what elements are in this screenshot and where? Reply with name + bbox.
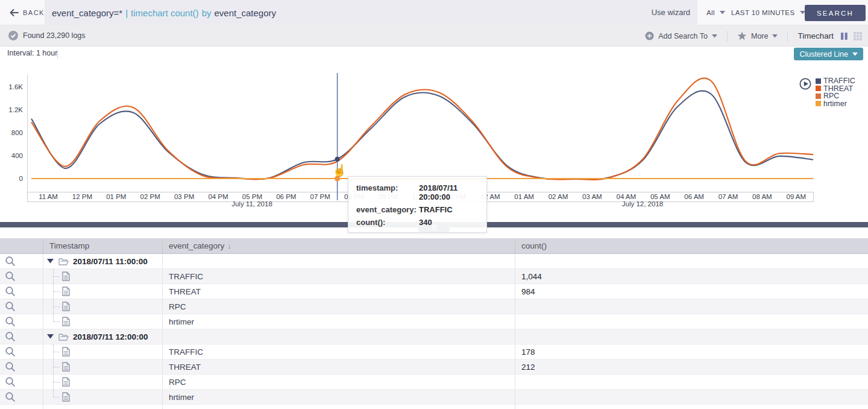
magnifier-icon[interactable]	[5, 346, 16, 357]
chart-legend: TRAFFIC THREAT RPC hrtimer	[799, 77, 855, 107]
document-icon	[62, 287, 70, 296]
collapse-group-icon[interactable]	[47, 334, 54, 339]
svg-text:0: 0	[19, 175, 23, 182]
table-row-partial[interactable]	[0, 405, 868, 409]
svg-text:July 12, 2018: July 12, 2018	[622, 200, 663, 208]
svg-text:July 11, 2018: July 11, 2018	[231, 200, 272, 208]
chart-type-label: Clustered Line	[799, 50, 848, 59]
scope-dropdown[interactable]: All	[706, 0, 725, 25]
magnifier-icon[interactable]	[5, 301, 16, 312]
legend-swatch-hrtimer	[816, 101, 821, 106]
document-icon	[62, 347, 70, 357]
table-row[interactable]: TRAFFIC178	[0, 344, 868, 360]
more-dropdown[interactable]: More	[737, 31, 778, 40]
svg-text:04 PM: 04 PM	[208, 193, 228, 200]
chevron-down-icon	[712, 34, 717, 38]
toolbar-divider	[787, 31, 788, 42]
query-keyword: by	[202, 8, 212, 18]
magnifier-icon[interactable]	[5, 316, 16, 327]
back-button[interactable]: BACK	[10, 0, 45, 25]
aggregate-results-table: Timestamp event_category↓ count() 2018/0…	[0, 238, 868, 409]
results-toolbar: Found 23,290 logs Add Search To More Tim…	[0, 25, 868, 46]
table-row[interactable]: RPC	[0, 375, 868, 390]
svg-text:1.2K: 1.2K	[8, 106, 23, 113]
magnifier-icon[interactable]	[5, 361, 16, 372]
legend-item[interactable]: hrtimer	[816, 100, 855, 108]
legend-label: hrtimer	[823, 100, 847, 108]
back-arrow-icon	[10, 9, 19, 16]
column-header-event-category[interactable]: event_category↓	[163, 238, 515, 253]
query-pipe: |	[125, 8, 128, 18]
table-row[interactable]: THREAT984	[0, 284, 868, 299]
tooltip-label: event_category:	[356, 205, 419, 214]
search-button[interactable]: SEARCH	[805, 5, 866, 21]
series-line-threat[interactable]	[31, 78, 813, 180]
table-row[interactable]: TRAFFIC1,044	[0, 269, 868, 284]
top-search-bar: BACK event_category=* | timechart count(…	[0, 0, 868, 25]
chart-type-dropdown[interactable]: Clustered Line	[794, 48, 863, 60]
folder-icon	[58, 333, 69, 341]
plus-circle-icon	[645, 31, 654, 40]
query-operator: timechart count()	[131, 8, 199, 18]
table-view-toggle-icon[interactable]	[854, 32, 862, 40]
table-group-row[interactable]: 2018/07/11 11:00:00	[0, 254, 868, 269]
table-row[interactable]: hrtimer	[0, 314, 868, 329]
svg-text:02 AM: 02 AM	[549, 193, 568, 200]
hovered-point-marker	[335, 157, 340, 162]
query-text: event_category=*	[52, 8, 122, 18]
group-timestamp: 2018/07/11 12:00:00	[73, 332, 148, 341]
column-header-count[interactable]: count()	[515, 238, 868, 253]
legend-swatch-traffic	[816, 78, 821, 84]
magnifier-icon[interactable]	[5, 331, 16, 342]
series-line-traffic[interactable]	[31, 91, 813, 180]
magnifier-icon[interactable]	[5, 256, 16, 267]
status-found-logs: Found 23,290 logs	[8, 31, 86, 40]
scope-dropdown-label: All	[706, 9, 715, 16]
legend-item[interactable]: RPC	[816, 92, 855, 100]
magnifier-icon[interactable]	[5, 392, 16, 402]
legend-item[interactable]: TRAFFIC	[816, 77, 855, 85]
table-row[interactable]: THREAT212	[0, 360, 868, 375]
sort-descending-icon: ↓	[227, 241, 231, 250]
query-field: event_category	[214, 8, 276, 18]
table-row[interactable]: RPC	[0, 299, 868, 314]
event-category-cell: TRAFFIC	[169, 347, 203, 357]
event-category-cell: hrtimer	[169, 317, 194, 326]
play-button-icon[interactable]	[799, 78, 811, 90]
event-category-cell: RPC	[169, 302, 186, 311]
time-range-dropdown[interactable]: LAST 10 MINUTES	[731, 0, 805, 25]
svg-text:08 AM: 08 AM	[752, 193, 772, 200]
legend-swatch-rpc	[816, 94, 821, 99]
table-header-row: Timestamp event_category↓ count()	[0, 238, 868, 254]
search-query-input[interactable]: event_category=* | timechart count() by …	[45, 0, 697, 25]
svg-text:03 PM: 03 PM	[174, 193, 194, 200]
star-icon	[737, 31, 747, 40]
event-category-cell: RPC	[169, 378, 186, 387]
magnifier-icon[interactable]	[5, 271, 16, 282]
magnifier-icon[interactable]	[5, 286, 16, 297]
svg-text:01 AM: 01 AM	[514, 193, 534, 200]
svg-text:07 PM: 07 PM	[310, 193, 330, 200]
svg-text:800: 800	[11, 129, 23, 136]
interval-label: Interval: 1 hour	[7, 49, 57, 57]
time-range-label: LAST 10 MINUTES	[731, 9, 795, 16]
add-search-to-dropdown[interactable]: Add Search To	[645, 31, 717, 40]
chevron-down-icon	[852, 52, 858, 56]
svg-text:400: 400	[11, 152, 23, 159]
folder-icon	[58, 258, 69, 265]
legend-item[interactable]: THREAT	[816, 85, 855, 93]
svg-text:05 AM: 05 AM	[650, 193, 670, 200]
chart-view-toggle-icon[interactable]	[840, 32, 848, 40]
magnifier-icon[interactable]	[5, 376, 16, 387]
use-wizard-link[interactable]: Use wizard	[652, 0, 690, 25]
svg-text:1.6K: 1.6K	[8, 83, 23, 90]
table-row[interactable]: hrtimer	[0, 390, 868, 405]
svg-text:09 AM: 09 AM	[786, 193, 806, 200]
collapse-group-icon[interactable]	[47, 259, 54, 264]
table-group-row[interactable]: 2018/07/11 12:00:00	[0, 329, 868, 344]
toolbar-divider	[727, 31, 728, 42]
column-header-timestamp[interactable]: Timestamp	[43, 238, 163, 253]
document-icon	[62, 377, 70, 387]
hand-cursor-icon: ☝	[333, 163, 347, 177]
count-cell: 1,044	[521, 272, 542, 281]
